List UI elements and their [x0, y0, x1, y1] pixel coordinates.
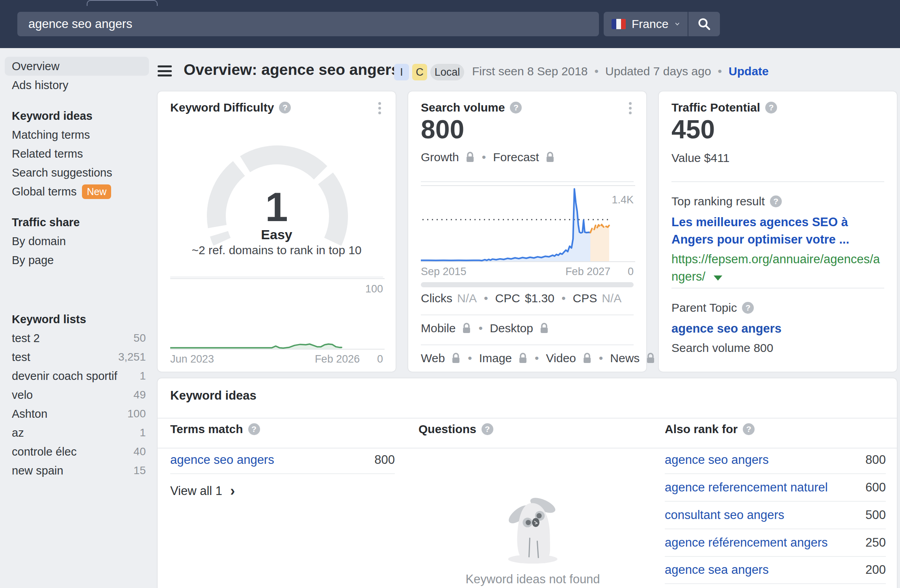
menu-hamburger-icon[interactable]: [158, 65, 172, 76]
view-all-link[interactable]: View all 1: [170, 481, 235, 501]
top-ranking-result-title[interactable]: Les meilleures agences SEO à Angers pour…: [671, 214, 887, 248]
cps-metric: CPS N/A: [573, 292, 621, 305]
kd-x-left-label: Jun 2023: [170, 353, 214, 365]
update-link[interactable]: Update: [729, 65, 769, 78]
list-name: devenir coach sportif: [12, 370, 117, 383]
web-locked[interactable]: Web: [421, 352, 461, 365]
chart-scrollbar[interactable]: [421, 282, 634, 287]
desktop-locked[interactable]: Desktop: [490, 322, 549, 335]
sidebar-item-list-new-spain[interactable]: new spain 15: [12, 461, 146, 480]
sidebar-item-by-page[interactable]: By page: [12, 251, 146, 270]
kebab-menu-icon[interactable]: [623, 100, 637, 116]
separator-dot: [478, 322, 483, 335]
help-icon[interactable]: [482, 423, 493, 435]
help-icon[interactable]: [743, 423, 755, 435]
video-locked[interactable]: Video: [546, 352, 592, 365]
sidebar-item-search-suggestions[interactable]: Search suggestions: [12, 163, 146, 182]
list-count: 15: [134, 464, 146, 477]
commercial-badge: C: [412, 64, 427, 80]
sidebar-item-label: By page: [12, 254, 54, 267]
divider: [421, 314, 634, 315]
growth-locked[interactable]: Growth: [421, 151, 475, 164]
keyword-search-input[interactable]: agence seo angers: [17, 12, 599, 36]
questions-empty-state: [418, 493, 647, 565]
kd-y-max-label: 100: [365, 283, 383, 295]
news-locked[interactable]: News: [610, 352, 655, 365]
sidebar-item-global-terms[interactable]: Global terms New: [12, 182, 146, 201]
kd-card-title: Keyword Difficulty: [170, 101, 291, 114]
sidebar-item-list-test-2[interactable]: test 2 50: [12, 329, 146, 348]
keyword-link[interactable]: agence sea angers: [665, 563, 769, 577]
keyword-link[interactable]: agence seo angers: [665, 453, 769, 467]
volume-y-max-label: 1.4K: [612, 194, 634, 206]
forecast-locked[interactable]: Forecast: [493, 151, 555, 164]
top-ranking-result-url[interactable]: https://fepsem.org/annuaire/agences/ange…: [671, 251, 887, 285]
search-volume-value: 800: [421, 114, 464, 144]
help-icon[interactable]: [765, 102, 777, 114]
sidebar-item-ads-history[interactable]: Ads history: [12, 76, 146, 95]
sidebar-item-label: Search suggestions: [12, 166, 112, 179]
topbar: agence seo angers France: [0, 0, 900, 48]
informational-badge: I: [394, 64, 409, 80]
url-expand-caret[interactable]: [714, 275, 722, 281]
sidebar-item-list-az[interactable]: az 1: [12, 423, 146, 442]
row-divider: [665, 528, 886, 529]
help-icon[interactable]: [248, 423, 260, 435]
kd-score: 1: [158, 184, 396, 231]
keyword-ideas-title: Keyword ideas: [170, 389, 257, 403]
sidebar-item-list-velo[interactable]: velo 49: [12, 385, 146, 404]
help-icon[interactable]: [742, 302, 754, 314]
lock-icon: [582, 353, 592, 364]
help-icon[interactable]: [279, 102, 291, 114]
keyword-link[interactable]: agence référencement angers: [665, 536, 828, 550]
help-icon[interactable]: [770, 195, 782, 207]
keyword-volume: 250: [865, 536, 886, 550]
traffic-potential-value: 450: [671, 114, 715, 144]
list-name: velo: [12, 389, 33, 402]
volume-history-chart: 1.4K: [421, 185, 635, 262]
volume-x-left-label: Sep 2015: [421, 266, 467, 278]
parent-topic-keyword-link[interactable]: agence seo angers: [671, 322, 781, 336]
tp-card-title: Traffic Potential: [671, 101, 777, 114]
chevron-right-icon: [230, 483, 235, 499]
mobile-desktop-row: Mobile Desktop: [421, 322, 549, 335]
sidebar-item-overview[interactable]: Overview: [5, 57, 149, 76]
keyword-volume: 500: [865, 508, 886, 522]
help-icon[interactable]: [510, 102, 522, 114]
sidebar: Overview Ads history Keyword ideas Match…: [0, 48, 156, 588]
list-name: az: [12, 426, 24, 439]
sidebar-item-related-terms[interactable]: Related terms: [12, 144, 146, 163]
chevron-down-icon: [675, 21, 680, 27]
list-name: new spain: [12, 464, 63, 477]
mobile-locked[interactable]: Mobile: [421, 322, 471, 335]
sidebar-item-list-devenir-coach-sportif[interactable]: devenir coach sportif 1: [12, 367, 146, 385]
keywords-explorer-screen: agence seo angers France Overview Ads hi…: [0, 0, 900, 588]
questions-empty-text: Keyword ideas not found: [418, 572, 647, 586]
row-divider: [665, 556, 886, 557]
lock-icon: [646, 353, 655, 364]
keyword-link[interactable]: agence referencement naturel: [665, 480, 828, 495]
clicks-metric: Clicks N/A: [421, 292, 477, 305]
keyword-link[interactable]: consultant seo angers: [665, 508, 784, 522]
kd-history-chart: 100: [170, 278, 385, 350]
keyword-difficulty-card: Keyword Difficulty 1 Easy ~2 ref. domain…: [157, 91, 396, 372]
keyword-volume: 200: [865, 563, 886, 577]
sidebar-item-list-controle-elec[interactable]: controle élec 40: [12, 442, 146, 461]
clicks-value: N/A: [457, 292, 477, 305]
also-rank-for-row: consultant seo angers 500: [665, 504, 886, 526]
search-button[interactable]: [688, 12, 720, 36]
sidebar-item-by-domain[interactable]: By domain: [12, 232, 146, 251]
lock-icon: [451, 353, 461, 364]
kebab-menu-icon[interactable]: [373, 100, 386, 116]
list-count: 3,251: [118, 351, 146, 363]
updated-text: Updated 7 days ago: [605, 65, 711, 78]
image-locked[interactable]: Image: [479, 352, 528, 365]
lock-icon: [539, 323, 549, 334]
sidebar-item-list-ashton[interactable]: Ashton 100: [12, 404, 146, 423]
parent-topic-volume: Search volume 800: [671, 341, 774, 355]
sidebar-item-list-test[interactable]: test 3,251: [12, 348, 146, 367]
sidebar-item-matching-terms[interactable]: Matching terms: [12, 125, 146, 144]
country-selector[interactable]: France: [604, 12, 688, 36]
also-rank-for-row: agence référencement angers 250: [665, 532, 886, 554]
keyword-link[interactable]: agence seo angers: [170, 453, 274, 467]
